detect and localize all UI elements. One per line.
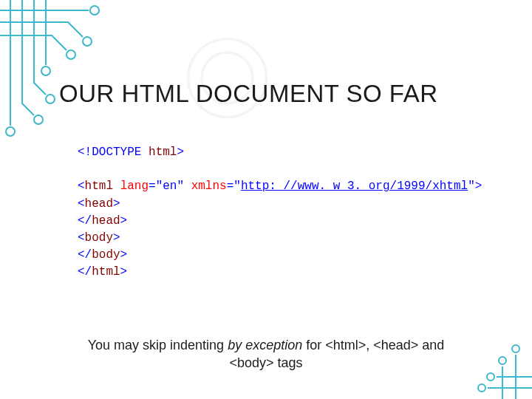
svg-point-1: [83, 37, 92, 46]
code-line-3: <head>: [78, 196, 482, 213]
code-snippet: <!DOCTYPE html> <html lang="en" xmlns="h…: [78, 144, 482, 282]
code-line-2: <html lang="en" xmlns="http: //www. w 3.…: [78, 178, 482, 195]
svg-point-8: [487, 373, 494, 381]
svg-point-6: [41, 66, 50, 75]
decorative-circuit-top-left: [0, 0, 148, 148]
code-line-4: </head>: [78, 213, 482, 230]
svg-point-5: [46, 95, 55, 103]
code-line-6: </body>: [78, 247, 482, 264]
code-line-7: </html>: [78, 264, 482, 281]
svg-point-0: [90, 6, 99, 15]
svg-point-7: [478, 384, 485, 392]
code-line-1: <!DOCTYPE html>: [78, 144, 482, 161]
svg-point-2: [66, 50, 75, 59]
code-line-5: <body>: [78, 230, 482, 247]
slide-title: OUR HTML DOCUMENT SO FAR: [59, 80, 438, 108]
svg-point-4: [34, 115, 43, 124]
footer-note: You may skip indenting by exception for …: [0, 336, 532, 372]
svg-point-3: [6, 127, 15, 136]
